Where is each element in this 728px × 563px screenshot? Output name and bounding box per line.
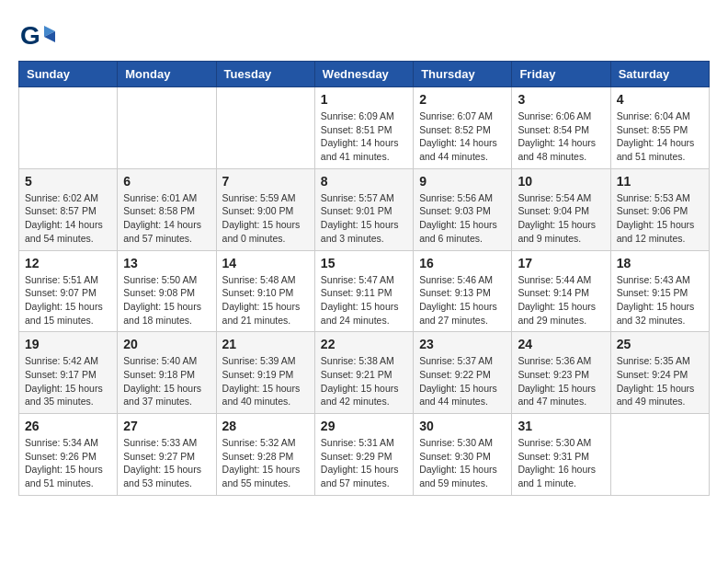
week-row-2: 5Sunrise: 6:02 AMSunset: 8:57 PMDaylight… bbox=[19, 168, 710, 250]
day-info: Sunrise: 6:06 AMSunset: 8:54 PMDaylight:… bbox=[518, 109, 604, 164]
calendar-header-row: SundayMondayTuesdayWednesdayThursdayFrid… bbox=[19, 62, 710, 87]
calendar-cell: 1Sunrise: 6:09 AMSunset: 8:51 PMDaylight… bbox=[314, 87, 413, 169]
header-saturday: Saturday bbox=[610, 62, 709, 87]
day-number: 14 bbox=[222, 256, 309, 270]
day-number: 26 bbox=[25, 419, 111, 433]
day-number: 15 bbox=[321, 256, 407, 270]
calendar-cell: 12Sunrise: 5:51 AMSunset: 9:07 PMDayligh… bbox=[19, 250, 118, 332]
calendar-cell: 17Sunrise: 5:44 AMSunset: 9:14 PMDayligh… bbox=[512, 250, 610, 332]
calendar-cell: 29Sunrise: 5:31 AMSunset: 9:29 PMDayligh… bbox=[314, 414, 413, 496]
day-number: 20 bbox=[123, 337, 210, 351]
day-number: 19 bbox=[25, 337, 111, 351]
calendar-cell: 27Sunrise: 5:33 AMSunset: 9:27 PMDayligh… bbox=[118, 414, 216, 496]
day-info: Sunrise: 5:53 AMSunset: 9:06 PMDaylight:… bbox=[617, 191, 703, 246]
day-info: Sunrise: 5:50 AMSunset: 9:08 PMDaylight:… bbox=[123, 273, 210, 327]
calendar-cell: 31Sunrise: 5:30 AMSunset: 9:31 PMDayligh… bbox=[512, 414, 610, 496]
week-row-4: 19Sunrise: 5:42 AMSunset: 9:17 PMDayligh… bbox=[19, 332, 710, 414]
calendar-cell: 24Sunrise: 5:36 AMSunset: 9:23 PMDayligh… bbox=[512, 332, 610, 414]
header-monday: Monday bbox=[118, 62, 216, 87]
day-number: 30 bbox=[419, 419, 506, 433]
day-info: Sunrise: 5:39 AMSunset: 9:19 PMDaylight:… bbox=[222, 354, 309, 408]
day-info: Sunrise: 6:02 AMSunset: 8:57 PMDaylight:… bbox=[25, 191, 111, 246]
calendar-cell: 11Sunrise: 5:53 AMSunset: 9:06 PMDayligh… bbox=[610, 168, 709, 250]
day-number: 6 bbox=[123, 174, 210, 189]
day-info: Sunrise: 5:32 AMSunset: 9:28 PMDaylight:… bbox=[222, 436, 309, 490]
day-info: Sunrise: 5:44 AMSunset: 9:14 PMDaylight:… bbox=[518, 273, 604, 327]
day-info: Sunrise: 5:34 AMSunset: 9:26 PMDaylight:… bbox=[25, 436, 111, 490]
day-info: Sunrise: 5:31 AMSunset: 9:29 PMDaylight:… bbox=[321, 436, 407, 490]
day-number: 21 bbox=[222, 337, 309, 351]
svg-text:G: G bbox=[20, 21, 40, 50]
day-info: Sunrise: 5:30 AMSunset: 9:30 PMDaylight:… bbox=[419, 436, 506, 490]
day-number: 3 bbox=[518, 92, 604, 107]
calendar-cell: 10Sunrise: 5:54 AMSunset: 9:04 PMDayligh… bbox=[512, 168, 610, 250]
day-number: 11 bbox=[617, 174, 703, 189]
day-number: 9 bbox=[419, 174, 506, 189]
day-info: Sunrise: 6:09 AMSunset: 8:51 PMDaylight:… bbox=[321, 109, 407, 164]
calendar-cell: 26Sunrise: 5:34 AMSunset: 9:26 PMDayligh… bbox=[19, 414, 118, 496]
calendar-cell: 16Sunrise: 5:46 AMSunset: 9:13 PMDayligh… bbox=[414, 250, 512, 332]
calendar-cell: 7Sunrise: 5:59 AMSunset: 9:00 PMDaylight… bbox=[216, 168, 314, 250]
day-number: 31 bbox=[518, 419, 604, 433]
day-number: 18 bbox=[617, 256, 703, 270]
calendar-cell: 8Sunrise: 5:57 AMSunset: 9:01 PMDaylight… bbox=[314, 168, 413, 250]
calendar-cell bbox=[216, 87, 314, 169]
day-info: Sunrise: 6:07 AMSunset: 8:52 PMDaylight:… bbox=[419, 109, 506, 164]
day-number: 28 bbox=[222, 419, 309, 433]
day-number: 22 bbox=[321, 337, 407, 351]
day-number: 24 bbox=[518, 337, 604, 351]
day-info: Sunrise: 5:48 AMSunset: 9:10 PMDaylight:… bbox=[222, 273, 309, 327]
day-number: 12 bbox=[25, 256, 111, 270]
calendar-cell: 4Sunrise: 6:04 AMSunset: 8:55 PMDaylight… bbox=[610, 87, 709, 169]
day-number: 13 bbox=[123, 256, 210, 270]
header-thursday: Thursday bbox=[414, 62, 512, 87]
calendar-cell: 25Sunrise: 5:35 AMSunset: 9:24 PMDayligh… bbox=[610, 332, 709, 414]
day-number: 4 bbox=[617, 92, 703, 107]
day-info: Sunrise: 5:30 AMSunset: 9:31 PMDaylight:… bbox=[518, 436, 604, 490]
day-number: 27 bbox=[123, 419, 210, 433]
day-number: 10 bbox=[518, 174, 604, 189]
calendar-cell: 5Sunrise: 6:02 AMSunset: 8:57 PMDaylight… bbox=[19, 168, 118, 250]
calendar-cell bbox=[118, 87, 216, 169]
day-number: 29 bbox=[321, 419, 407, 433]
calendar-cell: 3Sunrise: 6:06 AMSunset: 8:54 PMDaylight… bbox=[512, 87, 610, 169]
calendar-cell: 21Sunrise: 5:39 AMSunset: 9:19 PMDayligh… bbox=[216, 332, 314, 414]
day-number: 5 bbox=[25, 174, 111, 189]
day-number: 16 bbox=[419, 256, 506, 270]
day-info: Sunrise: 6:04 AMSunset: 8:55 PMDaylight:… bbox=[617, 109, 703, 164]
day-info: Sunrise: 5:57 AMSunset: 9:01 PMDaylight:… bbox=[321, 191, 407, 246]
calendar-cell: 2Sunrise: 6:07 AMSunset: 8:52 PMDaylight… bbox=[414, 87, 512, 169]
day-info: Sunrise: 5:56 AMSunset: 9:03 PMDaylight:… bbox=[419, 191, 506, 246]
header-friday: Friday bbox=[512, 62, 610, 87]
day-info: Sunrise: 5:37 AMSunset: 9:22 PMDaylight:… bbox=[419, 354, 506, 408]
calendar-cell: 30Sunrise: 5:30 AMSunset: 9:30 PMDayligh… bbox=[414, 414, 512, 496]
day-number: 8 bbox=[321, 174, 407, 189]
calendar-cell bbox=[610, 414, 709, 496]
calendar-cell: 28Sunrise: 5:32 AMSunset: 9:28 PMDayligh… bbox=[216, 414, 314, 496]
calendar-cell: 19Sunrise: 5:42 AMSunset: 9:17 PMDayligh… bbox=[19, 332, 118, 414]
day-info: Sunrise: 5:46 AMSunset: 9:13 PMDaylight:… bbox=[419, 273, 506, 327]
day-info: Sunrise: 5:35 AMSunset: 9:24 PMDaylight:… bbox=[617, 354, 703, 408]
header-tuesday: Tuesday bbox=[216, 62, 314, 87]
day-info: Sunrise: 5:36 AMSunset: 9:23 PMDaylight:… bbox=[518, 354, 604, 408]
calendar-cell: 20Sunrise: 5:40 AMSunset: 9:18 PMDayligh… bbox=[118, 332, 216, 414]
calendar-cell: 6Sunrise: 6:01 AMSunset: 8:58 PMDaylight… bbox=[118, 168, 216, 250]
calendar-cell: 18Sunrise: 5:43 AMSunset: 9:15 PMDayligh… bbox=[610, 250, 709, 332]
day-info: Sunrise: 5:54 AMSunset: 9:04 PMDaylight:… bbox=[518, 191, 604, 246]
calendar-cell: 23Sunrise: 5:37 AMSunset: 9:22 PMDayligh… bbox=[414, 332, 512, 414]
day-info: Sunrise: 5:42 AMSunset: 9:17 PMDaylight:… bbox=[25, 354, 111, 408]
day-info: Sunrise: 5:43 AMSunset: 9:15 PMDaylight:… bbox=[617, 273, 703, 327]
day-info: Sunrise: 5:59 AMSunset: 9:00 PMDaylight:… bbox=[222, 191, 309, 246]
logo: G bbox=[18, 18, 55, 52]
calendar-cell: 13Sunrise: 5:50 AMSunset: 9:08 PMDayligh… bbox=[118, 250, 216, 332]
calendar-cell: 15Sunrise: 5:47 AMSunset: 9:11 PMDayligh… bbox=[314, 250, 413, 332]
day-info: Sunrise: 6:01 AMSunset: 8:58 PMDaylight:… bbox=[123, 191, 210, 246]
calendar-cell: 14Sunrise: 5:48 AMSunset: 9:10 PMDayligh… bbox=[216, 250, 314, 332]
header-sunday: Sunday bbox=[19, 62, 118, 87]
week-row-1: 1Sunrise: 6:09 AMSunset: 8:51 PMDaylight… bbox=[19, 87, 710, 169]
day-number: 2 bbox=[419, 92, 506, 107]
day-info: Sunrise: 5:51 AMSunset: 9:07 PMDaylight:… bbox=[25, 273, 111, 327]
day-number: 23 bbox=[419, 337, 506, 351]
day-number: 7 bbox=[222, 174, 309, 189]
day-number: 1 bbox=[321, 92, 407, 107]
